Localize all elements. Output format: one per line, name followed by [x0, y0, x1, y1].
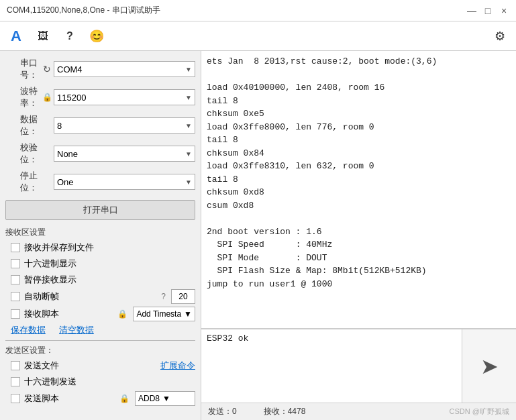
- send-script-row: 发送脚本 🔒 ADD8 ▼: [0, 390, 201, 407]
- title-text: COM4,115200,None,8,One - 串口调试助手: [7, 5, 160, 16]
- cb-pause-label: 暂停接收显示: [24, 274, 76, 286]
- baud-label: 波特率：: [5, 85, 40, 109]
- minimize-button[interactable]: —: [466, 5, 477, 16]
- close-button[interactable]: ×: [499, 5, 509, 16]
- cb-save-file[interactable]: [11, 243, 20, 252]
- right-panel: ets Jan 8 2013,rst cause:2, boot mode:(3…: [201, 51, 516, 420]
- send-file-row: 发送文件 扩展命令: [0, 358, 201, 374]
- save-clear-row: 保存数据 清空数据: [0, 323, 201, 337]
- receive-status: 接收：4478: [264, 406, 306, 417]
- cb-hex-send[interactable]: [11, 377, 20, 386]
- bottom-area: ESP32 ok ➤: [201, 329, 516, 403]
- cb-pause-display[interactable]: [11, 275, 20, 284]
- parity-select[interactable]: None ▼: [54, 146, 195, 162]
- baud-row: 波特率： 🔒 115200 ▼: [0, 83, 201, 111]
- baud-arrow: ▼: [185, 94, 192, 101]
- stop-bits-label: 停止位：: [5, 170, 40, 194]
- question-icon: ?: [161, 292, 166, 301]
- data-bits-arrow: ▼: [185, 122, 192, 129]
- extend-cmd-link[interactable]: 扩展命令: [160, 360, 195, 372]
- cb-hex-label: 十六进制显示: [24, 258, 76, 270]
- save-data-link[interactable]: 保存数据: [11, 324, 46, 336]
- baud-select[interactable]: 115200 ▼: [54, 89, 195, 105]
- refresh-icon[interactable]: ↻: [40, 64, 54, 74]
- font-icon[interactable]: A: [7, 27, 25, 46]
- send-lock-icon: 🔒: [117, 394, 131, 403]
- title-bar: COM4,115200,None,8,One - 串口调试助手 — □ ×: [0, 0, 516, 21]
- checkbox-pause-display: 暂停接收显示: [0, 272, 201, 288]
- parity-row: 校验位： None ▼: [0, 140, 201, 168]
- stop-bits-select[interactable]: One ▼: [54, 174, 195, 190]
- port-arrow: ▼: [185, 66, 192, 73]
- auto-frame-input[interactable]: 20: [171, 289, 195, 304]
- hex-send-row: 十六进制发送: [0, 374, 201, 390]
- left-panel: 串口号： ↻ COM4 ▼ 波特率： 🔒 115200 ▼ 数据位： 8 ▼: [0, 51, 201, 420]
- data-bits-label: 数据位：: [5, 113, 40, 138]
- main-content: 串口号： ↻ COM4 ▼ 波特率： 🔒 115200 ▼ 数据位： 8 ▼: [0, 51, 516, 420]
- cb-hex-send-label: 十六进制发送: [24, 376, 76, 388]
- checkbox-hex-display: 十六进制显示: [0, 256, 201, 272]
- data-bits-select[interactable]: 8 ▼: [54, 117, 195, 134]
- cb-receive-script-label: 接收脚本: [24, 308, 59, 320]
- send-button[interactable]: ➤: [462, 329, 516, 403]
- stop-bits-arrow: ▼: [185, 178, 192, 186]
- cb-send-script-label: 发送脚本: [24, 392, 59, 405]
- cb-save-file-label: 接收并保存到文件: [24, 242, 94, 254]
- data-bits-row: 数据位： 8 ▼: [0, 111, 201, 140]
- send-arrow-icon: ➤: [480, 354, 499, 379]
- receive-value: 4478: [288, 407, 306, 416]
- toolbar: A 🖼 ? 😊 ⚙: [0, 21, 516, 51]
- port-row: 串口号： ↻ COM4 ▼: [0, 55, 201, 83]
- receive-script-row: 接收脚本 🔒 Add Timesta ▼: [0, 305, 201, 323]
- send-status: 发送：0: [208, 406, 237, 417]
- cb-auto-frame-label: 自动断帧: [24, 291, 59, 303]
- cb-send-file-label: 发送文件: [24, 360, 59, 372]
- timestamp-select[interactable]: Add Timesta ▼: [133, 307, 195, 321]
- settings-icon[interactable]: ⚙: [491, 27, 509, 46]
- cb-send-file[interactable]: [11, 361, 20, 370]
- baud-icon: 🔒: [40, 93, 54, 102]
- emoji-icon[interactable]: 😊: [87, 27, 106, 46]
- send-value: 0: [232, 407, 237, 416]
- image-icon[interactable]: 🖼: [34, 27, 52, 46]
- port-select[interactable]: COM4 ▼: [54, 61, 195, 77]
- clear-data-link[interactable]: 清空数据: [59, 324, 94, 336]
- parity-label: 校验位：: [5, 142, 40, 166]
- status-bar: 发送：0 接收：4478 CSDN @旷野孤城: [201, 403, 516, 420]
- cb-auto-frame[interactable]: [11, 292, 20, 301]
- receive-label: 接收：: [264, 407, 288, 416]
- add8-arrow: ▼: [162, 394, 170, 403]
- auto-frame-row: 自动断帧 ? 20: [0, 288, 201, 305]
- watermark: CSDN @旷野孤城: [450, 407, 509, 417]
- send-section-title: 发送区设置：: [0, 344, 201, 358]
- help-icon[interactable]: ?: [60, 27, 79, 46]
- open-port-button[interactable]: 打开串口: [5, 200, 195, 220]
- toolbar-left: A 🖼 ? 😊: [7, 27, 106, 46]
- cb-receive-script[interactable]: [11, 309, 20, 319]
- title-controls: — □ ×: [466, 5, 509, 16]
- cb-hex-display[interactable]: [11, 259, 20, 268]
- maximize-button[interactable]: □: [482, 5, 493, 16]
- receive-section-title: 接收区设置: [0, 224, 201, 240]
- receive-area: ets Jan 8 2013,rst cause:2, boot mode:(3…: [201, 51, 516, 329]
- port-label: 串口号：: [5, 57, 40, 81]
- divider: [5, 340, 195, 341]
- timestamp-arrow: ▼: [184, 309, 192, 319]
- parity-arrow: ▼: [185, 150, 192, 158]
- stop-bits-row: 停止位： One ▼: [0, 168, 201, 196]
- send-label: 发送：: [208, 407, 232, 416]
- lock-icon: 🔒: [115, 309, 129, 319]
- checkbox-save-file: 接收并保存到文件: [0, 240, 201, 256]
- add8-select[interactable]: ADD8 ▼: [135, 391, 195, 406]
- cb-send-script[interactable]: [11, 394, 20, 403]
- send-input-area[interactable]: ESP32 ok: [201, 329, 462, 403]
